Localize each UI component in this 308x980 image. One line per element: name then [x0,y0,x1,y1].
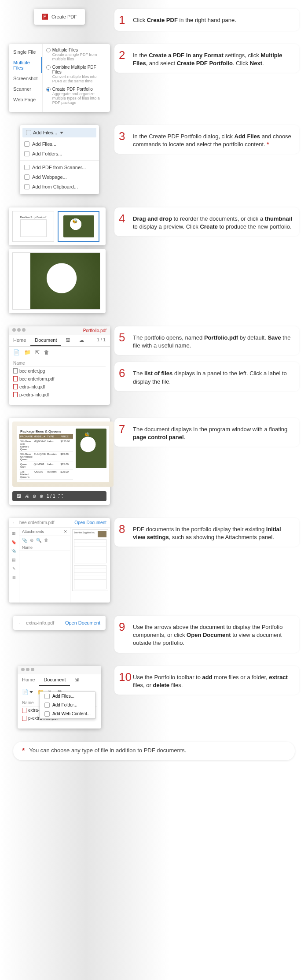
product-image [76,429,106,468]
asterisk-icon: * [22,747,25,755]
signature-icon[interactable]: ✎ [12,566,16,571]
step-text: In the Create PDF Portfolio dialog, clic… [133,130,292,148]
menu-add-clipboard[interactable]: Add from Clipboard... [20,182,99,192]
save-icon[interactable]: 🖫 [70,674,84,686]
fit-icon[interactable]: ⛶ [59,494,63,499]
opt-multiple-files[interactable]: Multiple FilesCreate a single PDF from m… [46,48,106,61]
step-text: The portfolio opens, named Portfolio.pdf… [133,332,292,350]
tags-icon[interactable]: ⊞ [12,575,16,580]
file-item[interactable]: extra-info.pdf [13,383,106,391]
pdf-file-icon [13,392,18,397]
zoom-out-icon[interactable]: ⊖ [33,494,36,499]
extract-icon[interactable]: ⇱ [35,349,40,355]
zoom-in-icon[interactable]: ⊕ [40,494,43,499]
thumbnails-icon[interactable]: ▦ [12,531,16,536]
radio-icon [46,48,51,52]
step-number: 7 [119,423,129,435]
menu-divider [20,160,99,161]
breadcrumb: ← bee orderform.pdf Open Document [9,518,110,528]
step-text: Click Create PDF in the right hand pane. [133,14,236,24]
cloud-icon[interactable]: ☁ [75,335,88,346]
step-number: 1 [119,14,129,26]
orderform-preview: Beehive Supplies Inc. [72,529,108,591]
print-icon[interactable]: 🖨 [25,494,29,499]
menu-add-files[interactable]: Add Files... [20,139,99,149]
step-6-caption: 6 The list of files displays in a panel … [114,362,299,391]
bookmark-icon[interactable]: 🔖 [11,540,16,544]
tab-document[interactable]: Document [30,335,61,346]
close-icon[interactable]: ✕ [64,529,67,534]
page-count: 1 / 1 [47,494,55,499]
step-text: Drag and drop to reorder the documents, … [133,213,292,231]
file-item[interactable]: bee order.jpg [13,367,106,375]
opt-combine[interactable]: Combine Multiple PDF FilesConvert multip… [46,65,106,83]
attachments-view-panel: ← bee orderform.pdf Open Document ▦ 🔖 📎 … [9,518,110,603]
menu-add-webpage[interactable]: Add Webpage... [20,172,99,182]
step-number: 3 [119,130,129,142]
attachments-panel: Attachments✕ 📎⊕🔍🗑 Name [19,528,70,603]
add-files-dropdown[interactable]: Add Files... [22,128,96,137]
add-file-icon[interactable]: 📄 [22,689,33,695]
attachment-tools: 📎⊕🔍🗑 [19,536,70,544]
thumbnail-2-selected[interactable] [58,211,99,242]
create-pdf-label[interactable]: Create PDF [51,14,77,19]
open-document-link[interactable]: Open Document [65,620,100,625]
table-row: 3 lb Bees with Marked QueenMQBO345Italia… [19,439,73,452]
save-icon[interactable]: 🖫 [61,335,75,346]
menu-add-web[interactable]: Add Web Content... [40,710,95,718]
window-controls[interactable] [21,668,34,671]
step-9-caption: 9 Use the arrows above the document to d… [114,616,299,653]
current-file-name: bee orderform.pdf [19,520,55,525]
table-row: 3 lb Bees Unmarked QueenRUNQO345Russian$… [19,452,73,462]
tab-document[interactable]: Document [39,674,70,686]
document-view-panel: Package Bees & Queens PACKAGEMODEL #TYPE… [9,418,110,505]
add-folder-icon[interactable]: 📁 [24,349,31,355]
step-2-caption: 2 In the Create a PDF in any Format sett… [114,44,299,73]
back-arrow-icon[interactable]: ← [18,620,23,625]
window-title: Portfolio.pdf [83,328,106,333]
step-text: The document displays in the program win… [133,423,292,441]
portfolio-window: Portfolio.pdf Home Document 🖫 ☁ 1 / 1 📄 … [9,326,110,405]
add-dropdown-menu: Add Files... Add Folder... Add Web Conte… [40,692,95,719]
chevron-down-icon [60,132,63,134]
add-file-icon[interactable]: 📄 [13,349,20,355]
step-5-6: Portfolio.pdf Home Document 🖫 ☁ 1 / 1 📄 … [0,326,308,405]
tab-home[interactable]: Home [9,335,30,346]
pdf-file-icon [13,376,18,381]
tab-screenshot[interactable]: Screenshot [9,73,42,84]
menu-add-folder[interactable]: Add Folder... [40,701,95,710]
tab-scanner[interactable]: Scanner [9,84,42,94]
step-8: ← bee orderform.pdf Open Document ▦ 🔖 📎 … [0,518,308,603]
step-1-caption: 1 Click Create PDF in the right hand pan… [114,9,299,31]
save-icon[interactable]: 🖫 [17,494,21,499]
delete-icon[interactable]: 🗑 [44,349,49,355]
step-7-caption: 7 The document displays in the program w… [114,418,299,447]
file-item[interactable]: bee orderform.pdf [13,375,106,383]
tab-home[interactable]: Home [18,674,39,686]
step-number: 2 [119,49,129,61]
opt-portfolio[interactable]: Create PDF PortfolioAggregate and organi… [46,87,106,105]
pdf-file-icon [13,384,18,389]
tab-web-page[interactable]: Web Page [9,94,42,105]
file-icon [24,141,29,147]
step-number: 4 [119,213,129,224]
menu-add-scanner[interactable]: Add PDF from Scanner... [20,163,99,172]
table-header-row: PACKAGEMODEL #TYPEPRICE [19,434,73,439]
thumbnail-1[interactable]: Beehive S...y Cost.pdf [12,211,54,242]
step-number: 9 [119,621,129,632]
window-controls[interactable] [12,328,26,332]
file-item[interactable]: p-extra-info.pdf [13,391,106,399]
open-document-link[interactable]: Open Document [74,520,106,525]
tab-single-file[interactable]: Single File [9,47,42,57]
clipboard-icon [24,184,29,189]
back-icon[interactable]: ← [12,520,17,525]
tab-multiple-files[interactable]: Multiple Files [9,57,42,73]
page-control-panel[interactable]: 🖫 🖨 ⊖ ⊕ 1 / 1 ⛶ [12,491,106,501]
layers-icon[interactable]: ▤ [12,558,16,562]
create-pdf-format-panel: Single File Multiple Files Screenshot Sc… [9,44,110,112]
menu-add-folders[interactable]: Add Folders... [20,149,99,159]
menu-add-files[interactable]: Add Files... [40,692,95,701]
attachment-icon[interactable]: 📎 [11,549,16,553]
step-text: Use the Portfolio toolbar to add more fi… [133,671,292,689]
step-8-caption: 8 PDF documents in the portfolio display… [114,518,299,547]
